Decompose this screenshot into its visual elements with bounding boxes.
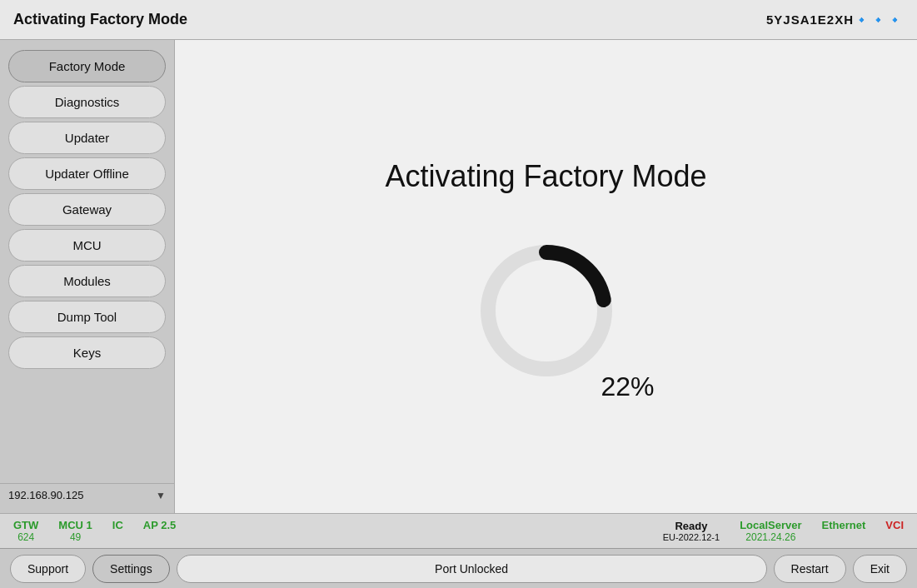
progress-percent: 22% xyxy=(601,371,654,402)
window-title: Activating Factory Mode xyxy=(13,11,187,28)
sidebar-item-factory-mode[interactable]: Factory Mode xyxy=(8,50,166,82)
sidebar-ip-row: 192.168.90.125 ▼ xyxy=(0,483,174,506)
status-vci: VCI xyxy=(885,519,904,543)
status-ic-label: IC xyxy=(112,519,123,531)
status-ap25-value xyxy=(158,531,161,543)
status-mcu1-value: 49 xyxy=(70,531,81,543)
ip-address: 192.168.90.125 xyxy=(8,489,156,501)
status-ap25: AP 2.5 xyxy=(143,519,177,543)
port-unlocked-button[interactable]: Port Unlocked xyxy=(177,555,767,583)
sidebar-item-updater-offline[interactable]: Updater Offline xyxy=(8,157,166,190)
status-ic: IC xyxy=(112,519,123,543)
restart-button[interactable]: Restart xyxy=(774,555,846,583)
exit-button[interactable]: Exit xyxy=(853,555,907,583)
status-gtw-label: GTW xyxy=(13,519,38,531)
sidebar-item-mcu[interactable]: MCU xyxy=(8,229,166,262)
status-ethernet: Ethernet xyxy=(822,519,866,543)
sidebar-item-dump-tool[interactable]: Dump Tool xyxy=(8,301,166,333)
status-bar: GTW 624 MCU 1 49 IC AP 2.5 Ready EU-2022… xyxy=(0,513,917,548)
status-ready-value: EU-2022.12-1 xyxy=(663,532,720,542)
progress-arc xyxy=(463,227,630,394)
status-mcu1-label: MCU 1 xyxy=(58,519,92,531)
sidebar: Factory ModeDiagnosticsUpdaterUpdater Of… xyxy=(0,40,175,513)
status-ready-label: Ready xyxy=(675,520,707,532)
bottom-bar: Support Settings Port Unlocked Restart E… xyxy=(0,548,917,588)
status-ethernet-label: Ethernet xyxy=(822,519,866,531)
title-bar: Activating Factory Mode 5YJSA1E2XH🔹🔹🔹 xyxy=(0,0,917,40)
sidebar-item-keys[interactable]: Keys xyxy=(8,336,166,369)
support-button[interactable]: Support xyxy=(10,555,86,583)
status-mcu1: MCU 1 49 xyxy=(58,519,92,543)
content-heading: Activating Factory Mode xyxy=(385,159,706,194)
status-gtw-value: 624 xyxy=(17,531,34,543)
progress-container: 22% xyxy=(463,227,630,394)
sidebar-item-modules[interactable]: Modules xyxy=(8,265,166,297)
status-gtw: GTW 624 xyxy=(13,519,38,543)
ip-dropdown-arrow[interactable]: ▼ xyxy=(156,490,166,501)
status-ready: Ready EU-2022.12-1 xyxy=(663,520,720,542)
status-localserver-label: LocalServer xyxy=(740,519,801,531)
main-layout: Factory ModeDiagnosticsUpdaterUpdater Of… xyxy=(0,40,917,513)
settings-button[interactable]: Settings xyxy=(92,555,170,583)
sidebar-item-diagnostics[interactable]: Diagnostics xyxy=(8,86,166,118)
status-ethernet-value xyxy=(842,531,845,543)
status-ic-value xyxy=(117,531,119,543)
sidebar-scroll[interactable]: Factory ModeDiagnosticsUpdaterUpdater Of… xyxy=(0,47,174,483)
status-vci-label: VCI xyxy=(885,519,904,531)
status-vci-value xyxy=(893,531,895,543)
content-area: Activating Factory Mode 22% xyxy=(175,40,917,513)
status-localserver-value: 2021.24.26 xyxy=(745,531,795,543)
sidebar-item-updater[interactable]: Updater xyxy=(8,122,166,154)
status-ap25-label: AP 2.5 xyxy=(143,519,177,531)
vin-display: 5YJSA1E2XH🔹🔹🔹 xyxy=(766,12,904,27)
status-localserver: LocalServer 2021.24.26 xyxy=(740,519,801,543)
sidebar-item-gateway[interactable]: Gateway xyxy=(8,193,166,226)
